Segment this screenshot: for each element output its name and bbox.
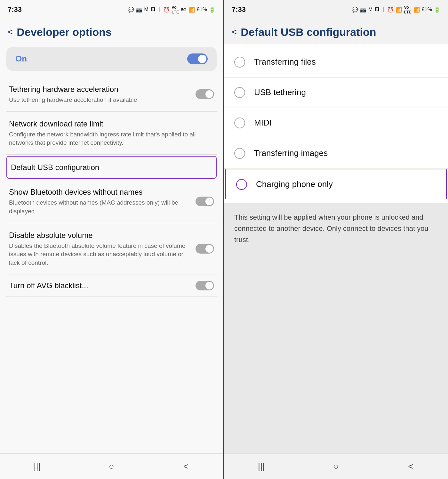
developer-options-toggle-switch[interactable] bbox=[187, 53, 208, 64]
right-page-header: < Default USB configuration bbox=[224, 19, 448, 44]
right-whatsapp-icon: 💬 bbox=[352, 7, 358, 13]
right-status-icons: 💬 📷 M 🖼 | ⏰ 📶 VoLTE 📶 91% 🔋 bbox=[352, 5, 440, 14]
battery-icon: 🔋 bbox=[209, 7, 215, 13]
tethering-hardware-title: Tethering hardware acceleration bbox=[9, 84, 190, 94]
turn-off-avb-toggle[interactable] bbox=[196, 281, 214, 290]
battery-level: 91% bbox=[197, 7, 207, 12]
turn-off-avb-title: Turn off AVG blacklist... bbox=[9, 280, 190, 290]
show-bluetooth-toggle[interactable] bbox=[196, 197, 214, 206]
right-wifi-icon: 📶 bbox=[396, 7, 402, 13]
setting-turn-off-avb[interactable]: Turn off AVG blacklist... bbox=[6, 274, 217, 297]
right-alarm-icon: ⏰ bbox=[387, 7, 394, 13]
radio-transferring-images[interactable] bbox=[234, 148, 245, 159]
right-gallery-icon: 🖼 bbox=[374, 7, 380, 12]
left-nav-back[interactable]: < bbox=[180, 461, 192, 472]
5g-icon: 5G bbox=[181, 7, 187, 12]
developer-options-toggle-label: On bbox=[15, 54, 27, 64]
right-back-arrow[interactable]: < bbox=[232, 28, 237, 37]
right-separator: | bbox=[383, 7, 384, 12]
left-bottom-nav: ||| ○ < bbox=[0, 453, 223, 479]
right-instagram-icon: 📷 bbox=[360, 7, 366, 13]
disable-absolute-volume-desc: Disables the Bluetooth absolute volume f… bbox=[9, 242, 190, 267]
separator: | bbox=[159, 7, 160, 12]
right-nav-back[interactable]: < bbox=[404, 461, 417, 472]
usb-options-list: Transferring files USB tethering MIDI Tr… bbox=[224, 44, 448, 203]
settings-list: Tethering hardware acceleration Use teth… bbox=[0, 77, 223, 453]
right-bottom-nav: ||| ○ < bbox=[224, 453, 448, 479]
left-page-header: < Developer options bbox=[0, 19, 223, 44]
usb-option-transferring-images[interactable]: Transferring images bbox=[224, 138, 448, 169]
right-nav-recent[interactable]: ||| bbox=[255, 461, 268, 472]
setting-tethering-hardware[interactable]: Tethering hardware acceleration Use teth… bbox=[6, 77, 217, 112]
right-battery-level: 91% bbox=[422, 7, 432, 12]
signal-icon: 📶 bbox=[188, 7, 195, 13]
whatsapp-icon: 💬 bbox=[128, 7, 134, 13]
radio-charging-phone-only[interactable] bbox=[236, 179, 247, 190]
usb-option-usb-tethering[interactable]: USB tethering bbox=[224, 77, 448, 108]
instagram-icon: 📷 bbox=[136, 7, 142, 13]
network-download-title: Network download rate limit bbox=[9, 119, 214, 129]
right-page-title: Default USB configuration bbox=[241, 26, 376, 39]
radio-midi[interactable] bbox=[234, 118, 245, 128]
usb-label-transferring-images: Transferring images bbox=[254, 148, 328, 158]
left-nav-recent[interactable]: ||| bbox=[31, 461, 44, 472]
setting-network-download[interactable]: Network download rate limit Configure th… bbox=[6, 112, 217, 155]
left-time: 7:33 bbox=[8, 5, 22, 14]
show-bluetooth-title: Show Bluetooth devices without names bbox=[9, 187, 190, 197]
left-nav-home[interactable]: ○ bbox=[105, 461, 118, 472]
usb-label-midi: MIDI bbox=[254, 118, 272, 128]
usb-info-text: This setting will be applied when your p… bbox=[234, 213, 428, 244]
right-nav-home[interactable]: ○ bbox=[330, 461, 342, 472]
default-usb-title: Default USB configuration bbox=[11, 162, 212, 172]
radio-transferring-files[interactable] bbox=[234, 57, 245, 68]
usb-label-transferring-files: Transferring files bbox=[254, 57, 316, 67]
usb-info-box: This setting will be applied when your p… bbox=[224, 203, 448, 255]
network-download-desc: Configure the network bandwidth ingress … bbox=[9, 130, 214, 147]
left-back-arrow[interactable]: < bbox=[8, 28, 13, 37]
show-bluetooth-desc: Bluetooth devices without names (MAC add… bbox=[9, 199, 190, 215]
right-time: 7:33 bbox=[232, 5, 246, 14]
usb-option-midi[interactable]: MIDI bbox=[224, 108, 448, 138]
right-status-bar: 7:33 💬 📷 M 🖼 | ⏰ 📶 VoLTE 📶 91% 🔋 bbox=[224, 0, 448, 19]
usb-option-charging-phone-only[interactable]: Charging phone only bbox=[225, 169, 447, 199]
developer-options-toggle-row[interactable]: On bbox=[6, 47, 217, 71]
usb-label-usb-tethering: USB tethering bbox=[254, 87, 306, 97]
left-status-bar: 7:33 💬 📷 M 🖼 | ⏰ VoLTE 5G 📶 91% 🔋 bbox=[0, 0, 223, 19]
right-background bbox=[224, 254, 448, 453]
setting-disable-absolute-volume[interactable]: Disable absolute volume Disables the Blu… bbox=[6, 223, 217, 275]
setting-show-bluetooth[interactable]: Show Bluetooth devices without names Blu… bbox=[6, 180, 217, 223]
left-page-title: Developer options bbox=[17, 26, 112, 39]
usb-option-transferring-files[interactable]: Transferring files bbox=[224, 47, 448, 77]
gallery-icon: 🖼 bbox=[150, 7, 156, 12]
right-battery-icon: 🔋 bbox=[434, 7, 440, 13]
right-volte-icon: VoLTE bbox=[404, 5, 412, 14]
right-panel: 7:33 💬 📷 M 🖼 | ⏰ 📶 VoLTE 📶 91% 🔋 < Defau… bbox=[224, 0, 448, 479]
usb-label-charging-phone-only: Charging phone only bbox=[256, 179, 333, 189]
setting-default-usb[interactable]: Default USB configuration bbox=[6, 156, 217, 179]
tethering-hardware-desc: Use tethering hardware acceleration if a… bbox=[9, 96, 190, 104]
disable-absolute-volume-toggle[interactable] bbox=[196, 244, 214, 254]
right-gmail-icon: M bbox=[368, 7, 372, 12]
usb-options-container: Transferring files USB tethering MIDI Tr… bbox=[224, 44, 448, 453]
alarm-icon: ⏰ bbox=[163, 7, 170, 13]
right-signal-icon: 📶 bbox=[413, 7, 420, 13]
left-status-icons: 💬 📷 M 🖼 | ⏰ VoLTE 5G 📶 91% 🔋 bbox=[128, 5, 215, 14]
disable-absolute-volume-title: Disable absolute volume bbox=[9, 230, 190, 240]
tethering-hardware-toggle[interactable] bbox=[196, 89, 214, 99]
radio-usb-tethering[interactable] bbox=[234, 87, 245, 98]
left-panel: 7:33 💬 📷 M 🖼 | ⏰ VoLTE 5G 📶 91% 🔋 < Deve… bbox=[0, 0, 224, 479]
volte-icon: VoLTE bbox=[172, 5, 179, 14]
gmail-icon: M bbox=[144, 7, 148, 12]
